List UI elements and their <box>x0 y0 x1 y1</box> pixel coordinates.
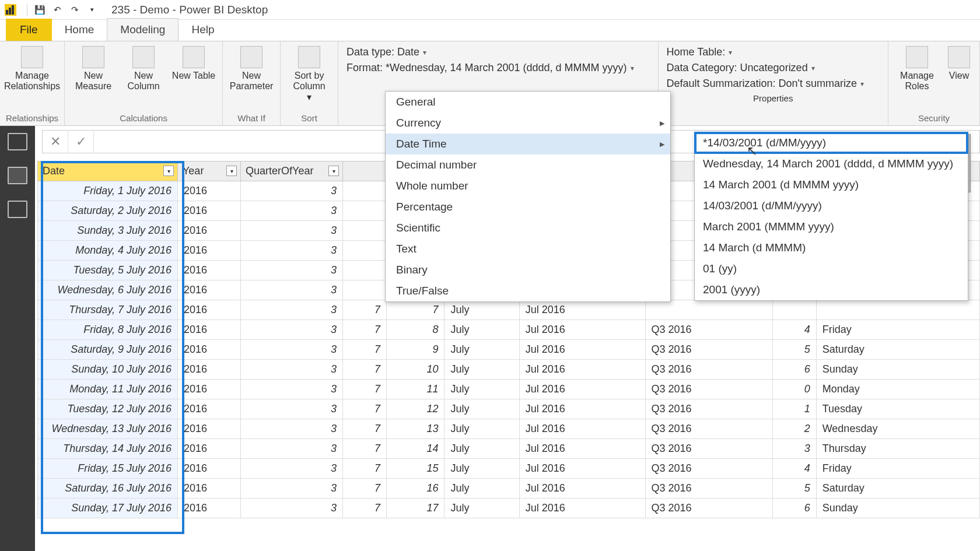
column-header[interactable]: Date▾ <box>38 162 178 181</box>
table-cell[interactable]: 2016 <box>178 479 241 499</box>
table-cell[interactable]: 7 <box>343 439 387 459</box>
table-row[interactable]: Saturday, 16 July 201620163716JulyJul 20… <box>38 479 980 499</box>
table-cell[interactable]: 7 <box>343 340 387 360</box>
table-cell[interactable]: Jul 2016 <box>519 340 645 360</box>
view-roles-button[interactable]: View <box>944 45 974 81</box>
table-cell[interactable]: 3 <box>241 360 343 380</box>
date-format-item[interactable]: 14 March (d MMMM) <box>695 237 968 258</box>
table-cell[interactable]: Tuesday <box>816 399 979 419</box>
table-cell[interactable]: 2016 <box>178 201 241 221</box>
table-cell[interactable]: 2016 <box>178 419 241 439</box>
table-cell[interactable]: Q3 2016 <box>645 439 772 459</box>
table-cell[interactable]: 3 <box>241 181 343 201</box>
table-cell[interactable]: 2016 <box>178 340 241 360</box>
table-cell[interactable]: Friday, 8 July 2016 <box>38 320 178 340</box>
table-cell[interactable]: Sunday, 3 July 2016 <box>38 221 178 241</box>
table-cell[interactable]: 3 <box>241 241 343 261</box>
table-cell[interactable]: Q3 2016 <box>645 399 772 419</box>
data-view-icon[interactable] <box>8 167 27 184</box>
table-cell[interactable]: Q3 2016 <box>645 360 772 380</box>
table-row[interactable]: Thursday, 14 July 201620163714JulyJul 20… <box>38 439 980 459</box>
table-cell[interactable]: Sunday <box>816 360 979 380</box>
default-summarization-dropdown[interactable]: Default Summarization: Don't summarize▾ <box>667 78 880 90</box>
table-cell[interactable]: 14 <box>387 439 444 459</box>
table-cell[interactable]: 2016 <box>178 459 241 479</box>
data-type-dropdown[interactable]: Data type: Date▾ <box>346 46 649 58</box>
table-cell[interactable] <box>343 261 387 280</box>
column-header[interactable]: QuarterOfYear▾ <box>241 162 343 181</box>
table-cell[interactable] <box>343 181 387 201</box>
table-cell[interactable]: 2016 <box>178 380 241 399</box>
table-cell[interactable]: July <box>444 380 519 399</box>
table-row[interactable]: Friday, 15 July 201620163715JulyJul 2016… <box>38 459 980 479</box>
table-cell[interactable]: 7 <box>343 499 387 518</box>
table-cell[interactable]: Jul 2016 <box>519 499 645 518</box>
table-cell[interactable]: 3 <box>241 419 343 439</box>
formula-commit-icon[interactable]: ✓ <box>68 131 94 153</box>
table-cell[interactable] <box>816 300 979 320</box>
new-measure-button[interactable]: New Measure <box>71 45 116 92</box>
format-type-item[interactable]: Text <box>386 238 670 259</box>
table-cell[interactable]: 2016 <box>178 399 241 419</box>
manage-relationships-button[interactable]: Manage Relationships <box>9 45 55 92</box>
table-cell[interactable]: July <box>444 340 519 360</box>
format-type-item[interactable]: Whole number <box>386 176 670 196</box>
redo-icon[interactable]: ↷ <box>67 2 82 17</box>
table-cell[interactable]: Q3 2016 <box>645 499 772 518</box>
table-cell[interactable]: 3 <box>241 499 343 518</box>
table-cell[interactable]: Tuesday, 5 July 2016 <box>38 261 178 280</box>
table-cell[interactable]: July <box>444 399 519 419</box>
table-cell[interactable]: Wednesday, 13 July 2016 <box>38 419 178 439</box>
table-cell[interactable]: 3 <box>241 221 343 241</box>
table-cell[interactable]: 0 <box>772 380 816 399</box>
table-cell[interactable]: 2016 <box>178 241 241 261</box>
undo-icon[interactable]: ↶ <box>50 2 65 17</box>
table-cell[interactable]: Jul 2016 <box>519 459 645 479</box>
table-cell[interactable]: 2016 <box>178 439 241 459</box>
table-row[interactable]: Monday, 11 July 201620163711JulyJul 2016… <box>38 380 980 399</box>
table-cell[interactable]: Thursday <box>816 439 979 459</box>
table-cell[interactable]: Q3 2016 <box>645 320 772 340</box>
date-format-item[interactable]: March 2001 (MMMM yyyy) <box>695 216 968 237</box>
table-cell[interactable]: Thursday, 7 July 2016 <box>38 300 178 320</box>
table-cell[interactable]: Jul 2016 <box>519 399 645 419</box>
table-row[interactable]: Thursday, 7 July 20162016377JulyJul 2016 <box>38 300 980 320</box>
table-cell[interactable]: 16 <box>387 479 444 499</box>
table-row[interactable]: Friday, 8 July 20162016378JulyJul 2016Q3… <box>38 320 980 340</box>
table-cell[interactable]: Sunday <box>816 499 979 518</box>
format-type-item[interactable]: Percentage <box>386 196 670 217</box>
table-cell[interactable]: July <box>444 320 519 340</box>
tab-help[interactable]: Help <box>178 19 227 41</box>
home-table-dropdown[interactable]: Home Table:▾ <box>667 46 880 58</box>
tab-modeling[interactable]: Modeling <box>107 18 178 41</box>
table-cell[interactable]: 15 <box>387 459 444 479</box>
format-type-item[interactable]: General <box>386 92 670 113</box>
table-row[interactable]: Tuesday, 12 July 201620163712JulyJul 201… <box>38 399 980 419</box>
table-cell[interactable]: 7 <box>387 300 444 320</box>
table-cell[interactable] <box>645 300 772 320</box>
data-category-dropdown[interactable]: Data Category: Uncategorized▾ <box>667 62 880 74</box>
sort-by-column-button[interactable]: Sort by Column▾ <box>286 45 332 103</box>
table-cell[interactable]: Q3 2016 <box>645 479 772 499</box>
save-icon[interactable]: 💾 <box>32 2 47 17</box>
table-cell[interactable]: 6 <box>772 360 816 380</box>
table-cell[interactable]: 3 <box>241 380 343 399</box>
table-cell[interactable]: July <box>444 499 519 518</box>
table-cell[interactable]: Friday <box>816 320 979 340</box>
table-cell[interactable]: 7 <box>343 380 387 399</box>
format-type-item[interactable]: Scientific <box>386 217 670 238</box>
table-cell[interactable]: 3 <box>241 479 343 499</box>
table-cell[interactable]: 9 <box>387 340 444 360</box>
format-type-item[interactable]: Date Time <box>386 134 670 155</box>
table-cell[interactable]: July <box>444 419 519 439</box>
table-cell[interactable]: Jul 2016 <box>519 300 645 320</box>
table-cell[interactable]: Saturday <box>816 340 979 360</box>
tab-home[interactable]: Home <box>52 19 107 41</box>
date-format-item[interactable]: 14 March 2001 (d MMMM yyyy) <box>695 174 968 195</box>
table-cell[interactable]: 3 <box>772 439 816 459</box>
model-view-icon[interactable] <box>8 201 27 218</box>
table-cell[interactable]: Monday, 4 July 2016 <box>38 241 178 261</box>
qat-customize-icon[interactable]: ▾ <box>85 2 100 17</box>
new-table-button[interactable]: New Table <box>171 45 216 81</box>
table-cell[interactable]: 5 <box>772 340 816 360</box>
